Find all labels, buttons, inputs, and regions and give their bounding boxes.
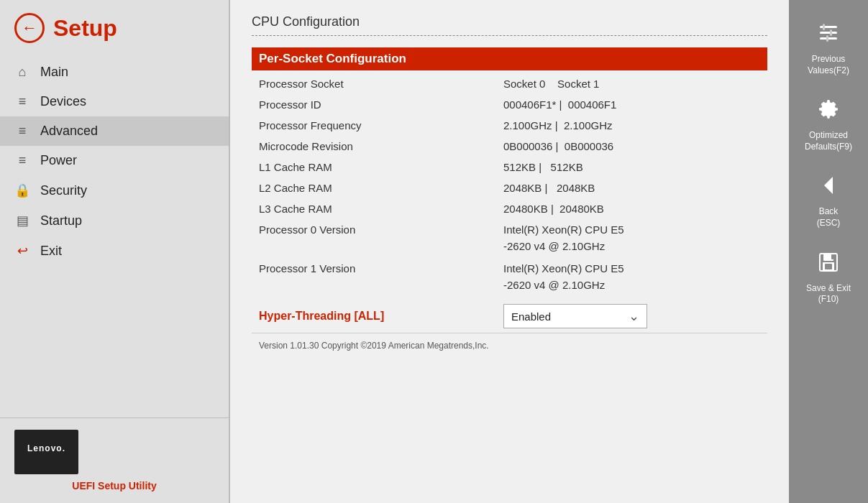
prev-values-button[interactable]: PreviousValues(F2): [789, 14, 868, 83]
home-icon: ⌂: [14, 65, 30, 80]
uefi-label: UEFI Setup Utility: [14, 480, 214, 492]
hyper-threading-row: Hyper-Threading [ALL] Enabled ⌄: [252, 300, 767, 333]
devices-icon: ≡: [14, 94, 30, 109]
right-panel: PreviousValues(F2) OptimizedDefaults(F9)…: [789, 0, 868, 503]
sidebar-item-devices-label: Devices: [40, 94, 86, 109]
row-label: Processor Socket: [252, 73, 496, 94]
table-row: L2 Cache RAM 2048KB | 2048KB: [252, 177, 767, 198]
back-button[interactable]: Back(ESC): [789, 167, 868, 236]
row-value-cont: -2620 v4 @ 2.10GHz: [496, 279, 767, 297]
sidebar: ← Setup ⌂ Main ≡ Devices ≡ Advanced ≡ Po…: [0, 0, 230, 503]
row-label: Microcode Revision: [252, 136, 496, 157]
svg-rect-0: [820, 26, 837, 28]
optimized-defaults-button[interactable]: OptimizedDefaults(F9): [789, 91, 868, 160]
scrollable-area[interactable]: CPU Configuration Per-Socket Configurati…: [230, 0, 789, 503]
back-icon: [817, 174, 840, 202]
info-table: Processor Socket Socket 0 Socket 1 Proce…: [252, 73, 767, 297]
row-label: Processor 0 Version: [252, 219, 496, 240]
table-row: Processor ID 000406F1* | 000406F1: [252, 94, 767, 115]
svg-rect-3: [823, 24, 825, 30]
sidebar-item-startup[interactable]: ▤ Startup: [0, 206, 229, 236]
sidebar-item-power-label: Power: [40, 153, 77, 168]
lenovo-logo: Lenovo.: [14, 430, 78, 474]
lenovo-section: Lenovo. UEFI Setup Utility: [0, 417, 229, 503]
sidebar-item-security[interactable]: 🔒 Security: [0, 175, 229, 206]
sidebar-item-advanced-label: Advanced: [40, 124, 98, 139]
startup-icon: ▤: [14, 213, 30, 229]
svg-marker-6: [824, 177, 833, 194]
row-value: 512KB | 512KB: [496, 157, 767, 177]
content-wrapper: CPU Configuration Per-Socket Configurati…: [230, 0, 789, 503]
row-value: 000406F1* | 000406F1: [496, 94, 767, 115]
sidebar-item-main[interactable]: ⌂ Main: [0, 57, 229, 87]
sidebar-item-security-label: Security: [40, 183, 87, 198]
row-label: Processor ID: [252, 94, 496, 115]
optimized-defaults-label: OptimizedDefaults(F9): [805, 130, 852, 152]
row-value: 20480KB | 20480KB: [496, 198, 767, 219]
row-value: Socket 0 Socket 1: [496, 73, 767, 94]
table-row: L1 Cache RAM 512KB | 512KB: [252, 157, 767, 177]
svg-rect-1: [820, 32, 837, 34]
row-value-cont: -2620 v4 @ 2.10GHz: [496, 240, 767, 258]
save-exit-label: Save & Exit(F10): [806, 283, 851, 305]
row-value: 2.100GHz | 2.100GHz: [496, 115, 767, 136]
highlight-row: Per-Socket Configuration: [252, 47, 767, 70]
footer-text: Version 1.01.30 Copyright ©2019 American…: [252, 333, 767, 355]
lock-icon: 🔒: [14, 183, 30, 198]
svg-rect-10: [825, 264, 832, 269]
row-label-empty: [252, 279, 496, 297]
sidebar-item-advanced[interactable]: ≡ Advanced: [0, 116, 229, 146]
row-value: Intel(R) Xeon(R) CPU E5: [496, 219, 767, 240]
table-row-cont: -2620 v4 @ 2.10GHz: [252, 279, 767, 297]
chevron-down-icon: ⌄: [629, 308, 639, 324]
row-value: 0B000036 | 0B000036: [496, 136, 767, 157]
sidebar-item-power[interactable]: ≡ Power: [0, 146, 229, 175]
sidebar-item-main-label: Main: [40, 65, 68, 80]
hyper-threading-label: Hyper-Threading [ALL]: [259, 310, 503, 323]
prev-values-label: PreviousValues(F2): [808, 54, 849, 76]
gear-icon: [817, 98, 840, 126]
section-title: CPU Configuration: [252, 14, 767, 29]
sidebar-item-exit[interactable]: ↩ Exit: [0, 236, 229, 266]
sidebar-item-devices[interactable]: ≡ Devices: [0, 87, 229, 116]
row-label: L2 Cache RAM: [252, 177, 496, 198]
table-row: L3 Cache RAM 20480KB | 20480KB: [252, 198, 767, 219]
main-content: CPU Configuration Per-Socket Configurati…: [230, 0, 789, 503]
setup-title: Setup: [53, 15, 117, 42]
svg-rect-5: [826, 35, 828, 42]
row-label: Processor Frequency: [252, 115, 496, 136]
hyper-threading-value: Enabled: [511, 310, 551, 323]
nav-list: ⌂ Main ≡ Devices ≡ Advanced ≡ Power 🔒 Se…: [0, 50, 229, 417]
save-icon: [817, 251, 840, 279]
row-label: Processor 1 Version: [252, 258, 496, 279]
table-row-cont: -2620 v4 @ 2.10GHz: [252, 240, 767, 258]
svg-rect-11: [831, 254, 833, 259]
lenovo-logo-text: Lenovo.: [27, 443, 65, 453]
table-row: Processor 0 Version Intel(R) Xeon(R) CPU…: [252, 219, 767, 240]
row-label: L3 Cache RAM: [252, 198, 496, 219]
sidebar-item-startup-label: Startup: [40, 213, 82, 229]
section-divider: [252, 35, 767, 36]
svg-rect-4: [830, 29, 832, 36]
row-label-empty: [252, 240, 496, 258]
table-row: Processor 1 Version Intel(R) Xeon(R) CPU…: [252, 258, 767, 279]
row-value: Intel(R) Xeon(R) CPU E5: [496, 258, 767, 279]
row-value: 2048KB | 2048KB: [496, 177, 767, 198]
power-icon: ≡: [14, 153, 30, 168]
exit-icon: ↩: [14, 243, 30, 259]
table-row: Microcode Revision 0B000036 | 0B000036: [252, 136, 767, 157]
row-label: L1 Cache RAM: [252, 157, 496, 177]
table-row: Processor Socket Socket 0 Socket 1: [252, 73, 767, 94]
sidebar-item-exit-label: Exit: [40, 244, 62, 259]
back-label: Back(ESC): [817, 206, 841, 229]
hyper-threading-select[interactable]: Enabled ⌄: [503, 304, 647, 328]
advanced-icon: ≡: [14, 124, 30, 139]
prev-values-icon: [817, 22, 840, 50]
back-icon[interactable]: ←: [14, 13, 45, 43]
save-exit-button[interactable]: Save & Exit(F10): [789, 244, 868, 313]
sidebar-header: ← Setup: [0, 0, 229, 50]
table-row: Processor Frequency 2.100GHz | 2.100GHz: [252, 115, 767, 136]
